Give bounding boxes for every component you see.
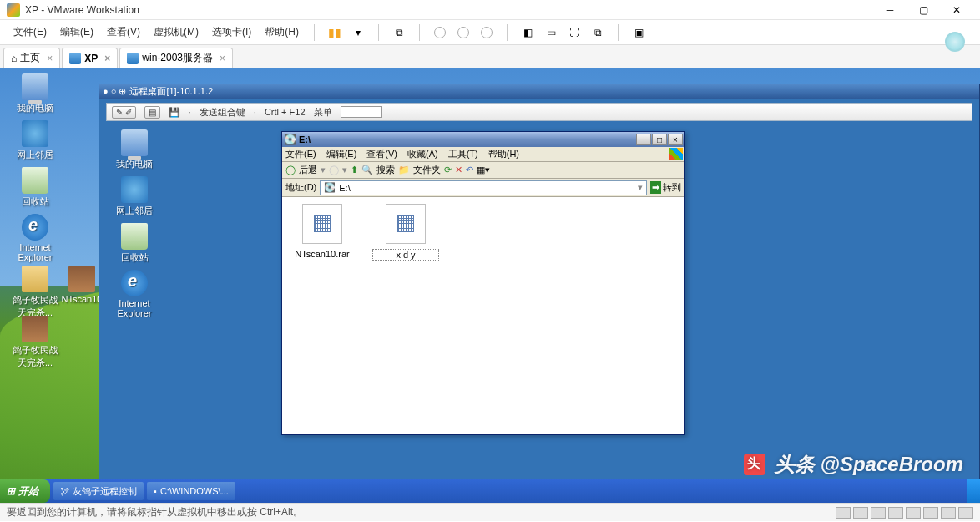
home-icon: ⌂ (11, 53, 17, 64)
addr-label: 地址(D) (285, 181, 316, 194)
desktop-rar2[interactable]: 鸽子牧民战天完杀... (12, 316, 58, 369)
menu-vm[interactable]: 虚拟机(M) (147, 22, 205, 43)
go-icon[interactable]: ➡ (650, 181, 661, 194)
tab-home-label: 主页 (20, 51, 40, 65)
taskbar-item-2[interactable]: ▪ C:\WINDOWS\... (147, 482, 235, 500)
start-button[interactable]: ⊞ 开始 (0, 479, 50, 503)
exp-menu-file[interactable]: 文件(E) (285, 148, 316, 160)
view3-icon[interactable]: ⛶ (564, 23, 584, 43)
exp-folders-label[interactable]: 文件夹 (413, 164, 441, 176)
address-input[interactable]: 💽 E:\ ▾ (320, 180, 647, 195)
tab-close-icon[interactable]: × (220, 53, 225, 64)
dropdown-icon[interactable]: ▾ (348, 23, 368, 43)
menu-file[interactable]: 文件(E) (7, 22, 53, 43)
desktop-recycle[interactable]: 回收站 (12, 167, 58, 208)
status-icon[interactable] (958, 507, 973, 519)
menu-view[interactable]: 查看(V) (100, 22, 147, 43)
undo-icon[interactable]: ↶ (466, 165, 473, 175)
tab-xp-label: XP (84, 53, 98, 64)
remote-menu-label[interactable]: 菜单 (314, 106, 332, 119)
tab-win2003-label: win-2003服务器 (142, 51, 213, 65)
dropdown-icon[interactable]: ▾ (638, 182, 643, 193)
explorer-window: 💽 E:\ _ □ × 文件(E) 编辑(E) 查看(V) 收藏(A) 工具(T… (281, 131, 685, 435)
explorer-maximize-button[interactable]: □ (652, 134, 667, 145)
menu-help[interactable]: 帮助(H) (258, 22, 306, 43)
badge-icon (945, 32, 965, 52)
save-icon[interactable]: 💾 (169, 107, 180, 118)
label: Internet Explorer (109, 298, 159, 318)
menu-tabs[interactable]: 选项卡(I) (205, 22, 258, 43)
remote-send-label[interactable]: 发送组合键 (200, 106, 245, 119)
clock2-icon[interactable] (453, 23, 473, 43)
view1-icon[interactable]: ◧ (518, 23, 538, 43)
forward-icon[interactable]: ◯ (329, 165, 339, 175)
search-icon[interactable]: 🔍 (361, 165, 373, 175)
start-label: 开始 (18, 484, 38, 499)
tab-close-icon[interactable]: × (104, 53, 110, 64)
exp-back-label[interactable]: 后退 (299, 164, 317, 176)
status-icon[interactable] (836, 507, 851, 519)
app-icon: 🕊 (60, 486, 69, 496)
remote-network[interactable]: 网上邻居 (109, 176, 159, 217)
view2-icon[interactable]: ▭ (541, 23, 561, 43)
minimize-button[interactable]: ─ (873, 0, 907, 20)
label: 回收站 (109, 251, 159, 264)
exp-menu-tools[interactable]: 工具(T) (448, 148, 478, 160)
window-controls-icon[interactable]: ● ○ ⊕ (103, 86, 126, 97)
tab-home[interactable]: ⌂ 主页 × (3, 48, 60, 68)
view5-icon[interactable]: ▣ (629, 23, 649, 43)
watermark: 头条 @SpaceBroom (744, 451, 963, 478)
status-icon[interactable] (906, 507, 921, 519)
status-icon[interactable] (871, 507, 886, 519)
status-icon[interactable] (941, 507, 956, 519)
file-label: x d y (372, 249, 439, 261)
close-button[interactable]: ✕ (940, 0, 973, 20)
vm-icon (127, 53, 139, 64)
pause-icon[interactable]: ▮▮ (325, 23, 345, 43)
view4-icon[interactable]: ⧉ (588, 23, 608, 43)
desktop-folder1[interactable]: 鸽子牧民战天完杀... (12, 266, 58, 319)
sync-icon[interactable]: ⟳ (444, 165, 452, 175)
remote-tool-btn2[interactable]: ▤ (144, 106, 160, 119)
remote-input[interactable] (341, 106, 382, 118)
status-icon[interactable] (888, 507, 903, 519)
desktop-network[interactable]: 网上邻居 (12, 120, 58, 161)
file-ntscan[interactable]: NTscan10.rar (289, 204, 356, 259)
back-icon[interactable]: ◯ (285, 165, 296, 175)
explorer-close-button[interactable]: × (668, 134, 683, 145)
desktop-my-computer[interactable]: 我的电脑 (12, 73, 58, 114)
remote-ctrl-label: Crtl + F12 (265, 107, 306, 117)
status-icon[interactable] (923, 507, 938, 519)
taskbar-item-1[interactable]: 🕊 灰鸽子远程控制 (53, 482, 144, 500)
explorer-minimize-button[interactable]: _ (636, 134, 651, 145)
maximize-button[interactable]: ▢ (907, 0, 940, 20)
remote-my-computer[interactable]: 我的电脑 (109, 129, 159, 170)
remote-tool-btn1[interactable]: ✎ ✐ (112, 106, 136, 119)
status-icon[interactable] (853, 507, 868, 519)
remote-recycle[interactable]: 回收站 (109, 223, 159, 264)
label: 网上邻居 (12, 149, 58, 161)
snapshot-icon[interactable]: ⧉ (389, 23, 409, 43)
folders-icon[interactable]: 📁 (398, 165, 410, 175)
stop-icon[interactable]: ✕ (455, 165, 462, 175)
file-xdy[interactable]: x d y (372, 204, 439, 261)
tab-close-icon[interactable]: × (47, 53, 53, 64)
go-label[interactable]: 转到 (663, 181, 681, 194)
remote-ie[interactable]: Internet Explorer (109, 270, 159, 318)
exp-search-label[interactable]: 搜索 (376, 164, 395, 176)
clock3-icon[interactable] (477, 23, 497, 43)
views-icon[interactable]: ▦▾ (477, 165, 490, 175)
exp-menu-help[interactable]: 帮助(H) (488, 148, 519, 160)
clock1-icon[interactable] (430, 23, 450, 43)
desktop-ie[interactable]: Internet Explorer (12, 214, 58, 262)
menu-edit[interactable]: 编辑(E) (53, 22, 100, 43)
remote-title-text: 远程桌面[1]-10.1.1.2 (129, 85, 213, 98)
exp-menu-fav[interactable]: 收藏(A) (407, 148, 438, 160)
exp-menu-view[interactable]: 查看(V) (366, 148, 397, 160)
tab-win2003[interactable]: win-2003服务器 × (119, 48, 233, 68)
system-tray[interactable] (967, 479, 980, 503)
tab-xp[interactable]: XP × (62, 48, 118, 68)
exp-menu-edit[interactable]: 编辑(E) (326, 148, 357, 160)
up-icon[interactable]: ⬆ (351, 165, 358, 175)
task-label: C:\WINDOWS\... (160, 486, 229, 496)
